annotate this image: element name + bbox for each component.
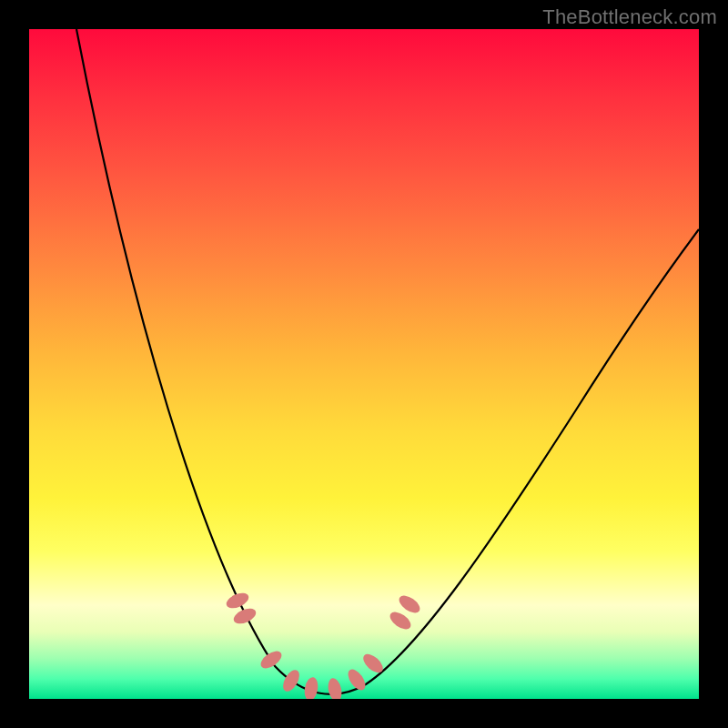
watermark-text: TheBottleneck.com [542, 5, 717, 29]
curve-marker [303, 676, 319, 699]
plot-area [29, 29, 699, 699]
curve-marker [387, 609, 413, 632]
curve-group [76, 29, 699, 694]
bottleneck-curve [76, 29, 699, 694]
chart-frame: TheBottleneck.com [0, 0, 728, 728]
curve-marker [258, 648, 284, 672]
markers-group [224, 590, 422, 699]
curve-marker [231, 605, 258, 626]
curve-marker [279, 667, 302, 694]
curve-marker [396, 592, 422, 616]
curve-marker [224, 590, 250, 611]
curve-layer [29, 29, 699, 699]
curve-marker [326, 677, 343, 699]
